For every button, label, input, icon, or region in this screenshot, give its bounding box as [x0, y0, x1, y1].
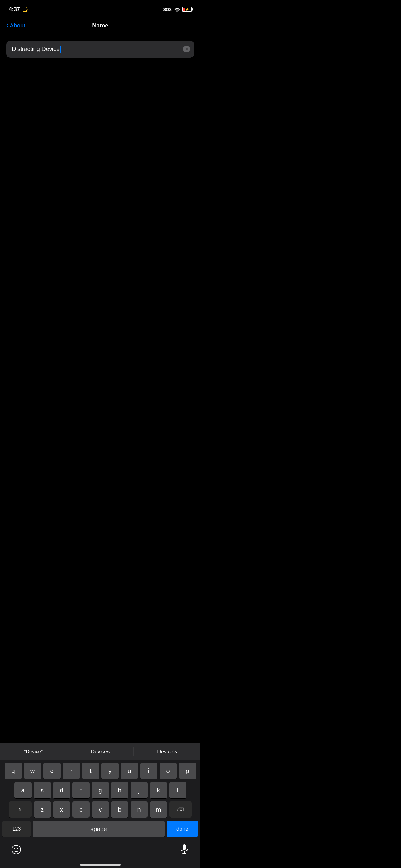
text-cursor: [60, 46, 61, 53]
svg-point-0: [177, 11, 178, 12]
main-content: [0, 58, 201, 220]
status-icons: SOS ⚡: [163, 7, 192, 12]
back-button[interactable]: ‹ About: [6, 22, 25, 29]
chevron-left-icon: ‹: [6, 22, 8, 29]
back-label: About: [10, 22, 25, 29]
nav-bar: ‹ About Name: [0, 17, 201, 34]
page-title: Name: [92, 22, 108, 29]
status-time: 4:37: [9, 6, 20, 12]
wifi-icon: [174, 7, 180, 11]
moon-icon: 🌙: [23, 7, 28, 12]
input-container: Distracting Device ✕: [0, 34, 201, 58]
clear-icon: ✕: [185, 47, 188, 51]
sos-label: SOS: [163, 7, 172, 12]
name-input-wrapper[interactable]: Distracting Device ✕: [6, 41, 194, 58]
name-input-value: Distracting Device: [12, 45, 179, 53]
battery-icon: ⚡: [182, 7, 192, 12]
status-time-area: 4:37 🌙: [9, 6, 28, 13]
status-bar: 4:37 🌙 SOS ⚡: [0, 0, 201, 17]
clear-button[interactable]: ✕: [183, 45, 190, 53]
